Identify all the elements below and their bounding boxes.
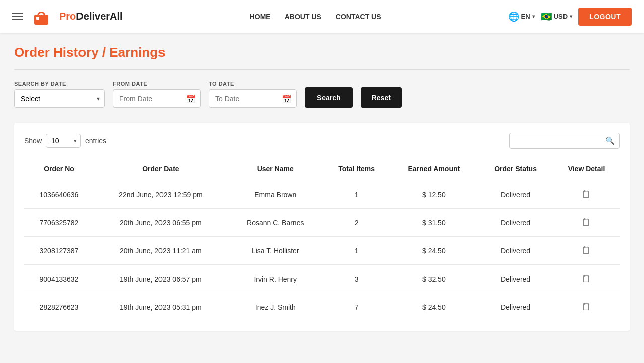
cell-user_name: Emma Brown xyxy=(227,180,324,209)
lang-code: EN xyxy=(521,13,530,20)
show-entries: Show 10 25 50 100 ▾ entries xyxy=(24,134,106,148)
cell-order_date: 19th June, 2023 06:57 pm xyxy=(94,265,227,293)
cell-view-detail[interactable]: 🗒 xyxy=(553,180,620,209)
main-nav: HOME ABOUT US CONTACT US xyxy=(250,13,381,21)
cell-view-detail[interactable]: 🗒 xyxy=(553,293,620,321)
cell-total_items: 7 xyxy=(324,293,390,321)
cell-order_date: 20th June, 2023 11:21 am xyxy=(94,237,227,265)
currency-selector[interactable]: 🇧🇷 USD ▾ xyxy=(541,11,572,22)
cell-earned_amount: $ 24.50 xyxy=(390,237,478,265)
cell-earned_amount: $ 31.50 xyxy=(390,209,478,237)
cell-earned_amount: $ 24.50 xyxy=(390,293,478,321)
page-title: Order History / Earnings xyxy=(14,45,630,60)
cell-order_status: Delivered xyxy=(478,265,553,293)
table-body: 103664063622nd June, 2023 12:59 pmEmma B… xyxy=(24,180,620,321)
cell-order_no: 1036640636 xyxy=(24,180,94,209)
cell-total_items: 3 xyxy=(324,265,390,293)
search-by-date-group: SEARCH BY DATE Select ▾ xyxy=(14,81,105,108)
show-label: Show xyxy=(24,137,42,145)
cell-user_name: Lisa T. Hollister xyxy=(227,237,324,265)
entries-select[interactable]: 10 25 50 100 xyxy=(46,134,81,148)
filter-row: SEARCH BY DATE Select ▾ FROM DATE 📅 TO D… xyxy=(14,81,630,108)
divider xyxy=(14,69,630,70)
table-row: 900413363219th June, 2023 06:57 pmIrvin … xyxy=(24,265,620,293)
cell-order_no: 3208127387 xyxy=(24,237,94,265)
svg-rect-0 xyxy=(34,15,48,25)
view-detail-icon[interactable]: 🗒 xyxy=(581,301,591,312)
currency-flag: 🇧🇷 xyxy=(541,11,552,22)
search-button[interactable]: Search xyxy=(305,87,353,108)
cell-view-detail[interactable]: 🗒 xyxy=(553,209,620,237)
cell-order_no: 9004133632 xyxy=(24,265,94,293)
col-view-detail: View Detail xyxy=(553,158,620,180)
language-selector[interactable]: 🌐 EN ▾ xyxy=(508,11,535,22)
entries-label: entries xyxy=(85,137,106,145)
logo-pro: Pro xyxy=(59,11,76,22)
currency-code: USD xyxy=(554,13,568,20)
svg-rect-1 xyxy=(36,17,39,20)
lang-chevron-icon: ▾ xyxy=(532,14,535,19)
from-date-wrapper: 📅 xyxy=(113,89,201,108)
col-order-date: Order Date xyxy=(94,158,227,180)
cell-order_status: Delivered xyxy=(478,180,553,209)
col-order-status: Order Status xyxy=(478,158,553,180)
col-order-no: Order No xyxy=(24,158,94,180)
search-by-date-wrapper: Select ▾ xyxy=(14,89,105,108)
table-row: 282827662319th June, 2023 05:31 pmInez J… xyxy=(24,293,620,321)
col-user-name: User Name xyxy=(227,158,324,180)
cell-total_items: 1 xyxy=(324,237,390,265)
cell-order_status: Delivered xyxy=(478,293,553,321)
logout-button[interactable]: LOGOUT xyxy=(578,8,632,26)
page-content: Order History / Earnings SEARCH BY DATE … xyxy=(0,33,644,343)
table-row: 320812738720th June, 2023 11:21 amLisa T… xyxy=(24,237,620,265)
view-detail-icon[interactable]: 🗒 xyxy=(581,273,591,284)
header-right: 🌐 EN ▾ 🇧🇷 USD ▾ LOGOUT xyxy=(508,8,632,26)
table-header: Order No Order Date User Name Total Item… xyxy=(24,158,620,180)
cell-view-detail[interactable]: 🗒 xyxy=(553,265,620,293)
table-header-row: Order No Order Date User Name Total Item… xyxy=(24,158,620,180)
search-by-date-label: SEARCH BY DATE xyxy=(14,81,105,87)
orders-table: Order No Order Date User Name Total Item… xyxy=(24,158,620,321)
cell-user_name: Rosann C. Barnes xyxy=(227,209,324,237)
cell-order_date: 19th June, 2023 05:31 pm xyxy=(94,293,227,321)
logo-image xyxy=(30,6,52,28)
view-detail-icon[interactable]: 🗒 xyxy=(581,189,591,200)
from-date-input[interactable] xyxy=(113,89,201,108)
cell-order_status: Delivered xyxy=(478,209,553,237)
header: ProDeliverAll HOME ABOUT US CONTACT US 🌐… xyxy=(0,0,644,33)
cell-earned_amount: $ 32.50 xyxy=(390,265,478,293)
cell-order_no: 2828276623 xyxy=(24,293,94,321)
cell-total_items: 1 xyxy=(324,180,390,209)
to-date-label: TO DATE xyxy=(209,81,297,87)
table-section: Show 10 25 50 100 ▾ entries 🔍 xyxy=(14,123,630,331)
table-search-input[interactable] xyxy=(509,133,620,149)
cell-view-detail[interactable]: 🗒 xyxy=(553,237,620,265)
nav-contact[interactable]: CONTACT US xyxy=(336,13,381,21)
nav-about[interactable]: ABOUT US xyxy=(285,13,321,21)
reset-button[interactable]: Reset xyxy=(361,87,402,108)
from-date-group: FROM DATE 📅 xyxy=(113,81,201,108)
cell-order_no: 7706325782 xyxy=(24,209,94,237)
to-date-group: TO DATE 📅 xyxy=(209,81,297,108)
view-detail-icon[interactable]: 🗒 xyxy=(581,217,591,228)
table-controls: Show 10 25 50 100 ▾ entries 🔍 xyxy=(24,133,620,149)
col-earned-amount: Earned Amount xyxy=(390,158,478,180)
to-date-input[interactable] xyxy=(209,89,297,108)
cell-earned_amount: $ 12.50 xyxy=(390,180,478,209)
lang-flag: 🌐 xyxy=(508,11,519,22)
table-row: 770632578220th June, 2023 06:55 pmRosann… xyxy=(24,209,620,237)
view-detail-icon[interactable]: 🗒 xyxy=(581,245,591,256)
cell-user_name: Irvin R. Henry xyxy=(227,265,324,293)
header-left: ProDeliverAll xyxy=(12,6,123,28)
logo-deliver: DeliverAll xyxy=(76,11,122,22)
cell-total_items: 2 xyxy=(324,209,390,237)
nav-home[interactable]: HOME xyxy=(250,13,271,21)
table-row: 103664063622nd June, 2023 12:59 pmEmma B… xyxy=(24,180,620,209)
cell-user_name: Inez J. Smith xyxy=(227,293,324,321)
hamburger-icon[interactable] xyxy=(12,13,23,20)
cell-order_date: 22nd June, 2023 12:59 pm xyxy=(94,180,227,209)
table-search-wrapper: 🔍 xyxy=(509,133,620,149)
search-by-date-select[interactable]: Select xyxy=(14,89,105,108)
col-total-items: Total Items xyxy=(324,158,390,180)
logo-text: ProDeliverAll xyxy=(59,11,123,22)
